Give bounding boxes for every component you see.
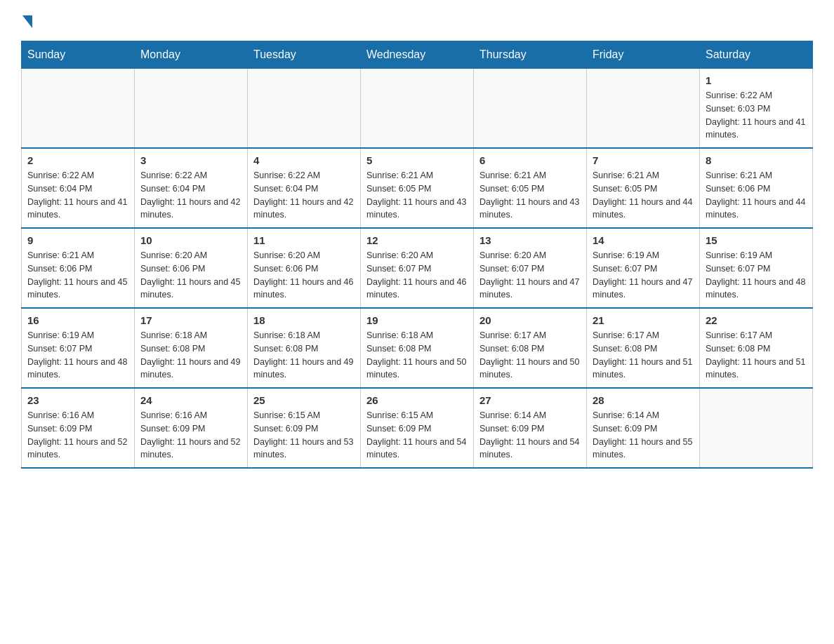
- calendar-day-cell: 12Sunrise: 6:20 AM Sunset: 6:07 PM Dayli…: [361, 228, 474, 308]
- day-info: Sunrise: 6:14 AM Sunset: 6:09 PM Dayligh…: [479, 409, 581, 462]
- day-number: 20: [479, 314, 581, 326]
- day-info: Sunrise: 6:19 AM Sunset: 6:07 PM Dayligh…: [706, 249, 807, 302]
- day-info: Sunrise: 6:15 AM Sunset: 6:09 PM Dayligh…: [253, 409, 355, 462]
- day-info: Sunrise: 6:19 AM Sunset: 6:07 PM Dayligh…: [593, 249, 694, 302]
- calendar-day-cell: 24Sunrise: 6:16 AM Sunset: 6:09 PM Dayli…: [135, 388, 248, 468]
- day-number: 23: [27, 394, 128, 406]
- calendar-day-cell: 11Sunrise: 6:20 AM Sunset: 6:06 PM Dayli…: [248, 228, 361, 308]
- calendar-day-cell: 9Sunrise: 6:21 AM Sunset: 6:06 PM Daylig…: [22, 228, 135, 308]
- calendar-day-cell: 5Sunrise: 6:21 AM Sunset: 6:05 PM Daylig…: [361, 148, 474, 228]
- day-info: Sunrise: 6:22 AM Sunset: 6:03 PM Dayligh…: [706, 89, 807, 142]
- day-info: Sunrise: 6:18 AM Sunset: 6:08 PM Dayligh…: [140, 329, 241, 382]
- calendar-day-cell: 18Sunrise: 6:18 AM Sunset: 6:08 PM Dayli…: [248, 308, 361, 388]
- logo-arrow-icon: [22, 15, 32, 28]
- calendar-day-cell: 1Sunrise: 6:22 AM Sunset: 6:03 PM Daylig…: [700, 69, 813, 149]
- day-number: 27: [479, 394, 581, 406]
- calendar-day-cell: 15Sunrise: 6:19 AM Sunset: 6:07 PM Dayli…: [700, 228, 813, 308]
- day-info: Sunrise: 6:20 AM Sunset: 6:07 PM Dayligh…: [479, 249, 581, 302]
- calendar-day-cell: 27Sunrise: 6:14 AM Sunset: 6:09 PM Dayli…: [474, 388, 587, 468]
- day-info: Sunrise: 6:20 AM Sunset: 6:06 PM Dayligh…: [253, 249, 355, 302]
- day-number: 5: [366, 154, 468, 166]
- calendar-day-cell: [248, 69, 361, 149]
- calendar-day-cell: 26Sunrise: 6:15 AM Sunset: 6:09 PM Dayli…: [361, 388, 474, 468]
- logo: [21, 14, 32, 27]
- day-number: 25: [253, 394, 355, 406]
- day-number: 11: [253, 234, 355, 246]
- day-info: Sunrise: 6:14 AM Sunset: 6:09 PM Dayligh…: [593, 409, 694, 462]
- day-number: 7: [593, 154, 694, 166]
- calendar-day-cell: 19Sunrise: 6:18 AM Sunset: 6:08 PM Dayli…: [361, 308, 474, 388]
- day-info: Sunrise: 6:18 AM Sunset: 6:08 PM Dayligh…: [366, 329, 468, 382]
- day-info: Sunrise: 6:22 AM Sunset: 6:04 PM Dayligh…: [27, 169, 128, 222]
- day-info: Sunrise: 6:20 AM Sunset: 6:06 PM Dayligh…: [140, 249, 241, 302]
- calendar-day-cell: 23Sunrise: 6:16 AM Sunset: 6:09 PM Dayli…: [22, 388, 135, 468]
- day-info: Sunrise: 6:19 AM Sunset: 6:07 PM Dayligh…: [27, 329, 128, 382]
- calendar-day-cell: [361, 69, 474, 149]
- calendar-day-cell: [135, 69, 248, 149]
- day-info: Sunrise: 6:21 AM Sunset: 6:05 PM Dayligh…: [366, 169, 468, 222]
- calendar-day-cell: [22, 69, 135, 149]
- day-number: 13: [479, 234, 581, 246]
- day-number: 3: [140, 154, 241, 166]
- calendar-day-cell: 16Sunrise: 6:19 AM Sunset: 6:07 PM Dayli…: [22, 308, 135, 388]
- day-of-week-header: Thursday: [474, 41, 587, 69]
- calendar-day-cell: 7Sunrise: 6:21 AM Sunset: 6:05 PM Daylig…: [587, 148, 700, 228]
- day-info: Sunrise: 6:16 AM Sunset: 6:09 PM Dayligh…: [27, 409, 128, 462]
- calendar-day-cell: 3Sunrise: 6:22 AM Sunset: 6:04 PM Daylig…: [135, 148, 248, 228]
- day-of-week-header: Tuesday: [248, 41, 361, 69]
- day-info: Sunrise: 6:17 AM Sunset: 6:08 PM Dayligh…: [479, 329, 581, 382]
- day-number: 24: [140, 394, 241, 406]
- day-of-week-header: Sunday: [22, 41, 135, 69]
- calendar-day-cell: 4Sunrise: 6:22 AM Sunset: 6:04 PM Daylig…: [248, 148, 361, 228]
- calendar-day-cell: [587, 69, 700, 149]
- day-info: Sunrise: 6:21 AM Sunset: 6:06 PM Dayligh…: [706, 169, 807, 222]
- day-number: 16: [27, 314, 128, 326]
- calendar-header-row: SundayMondayTuesdayWednesdayThursdayFrid…: [22, 41, 813, 69]
- calendar-day-cell: 21Sunrise: 6:17 AM Sunset: 6:08 PM Dayli…: [587, 308, 700, 388]
- day-number: 1: [706, 74, 807, 86]
- day-info: Sunrise: 6:17 AM Sunset: 6:08 PM Dayligh…: [706, 329, 807, 382]
- day-info: Sunrise: 6:16 AM Sunset: 6:09 PM Dayligh…: [140, 409, 241, 462]
- day-number: 26: [366, 394, 468, 406]
- day-number: 14: [593, 234, 694, 246]
- calendar-day-cell: 25Sunrise: 6:15 AM Sunset: 6:09 PM Dayli…: [248, 388, 361, 468]
- day-info: Sunrise: 6:22 AM Sunset: 6:04 PM Dayligh…: [140, 169, 241, 222]
- calendar-day-cell: 22Sunrise: 6:17 AM Sunset: 6:08 PM Dayli…: [700, 308, 813, 388]
- day-info: Sunrise: 6:15 AM Sunset: 6:09 PM Dayligh…: [366, 409, 468, 462]
- day-number: 6: [479, 154, 581, 166]
- calendar-day-cell: [474, 69, 587, 149]
- day-number: 15: [706, 234, 807, 246]
- day-info: Sunrise: 6:21 AM Sunset: 6:05 PM Dayligh…: [593, 169, 694, 222]
- day-number: 18: [253, 314, 355, 326]
- day-number: 8: [706, 154, 807, 166]
- day-info: Sunrise: 6:22 AM Sunset: 6:04 PM Dayligh…: [253, 169, 355, 222]
- calendar-day-cell: 14Sunrise: 6:19 AM Sunset: 6:07 PM Dayli…: [587, 228, 700, 308]
- calendar-week-row: 1Sunrise: 6:22 AM Sunset: 6:03 PM Daylig…: [22, 69, 813, 149]
- calendar-day-cell: [700, 388, 813, 468]
- calendar-day-cell: 13Sunrise: 6:20 AM Sunset: 6:07 PM Dayli…: [474, 228, 587, 308]
- day-number: 28: [593, 394, 694, 406]
- day-number: 22: [706, 314, 807, 326]
- day-of-week-header: Wednesday: [361, 41, 474, 69]
- day-number: 9: [27, 234, 128, 246]
- calendar-day-cell: 20Sunrise: 6:17 AM Sunset: 6:08 PM Dayli…: [474, 308, 587, 388]
- day-info: Sunrise: 6:21 AM Sunset: 6:06 PM Dayligh…: [27, 249, 128, 302]
- calendar-week-row: 16Sunrise: 6:19 AM Sunset: 6:07 PM Dayli…: [22, 308, 813, 388]
- day-number: 10: [140, 234, 241, 246]
- day-of-week-header: Friday: [587, 41, 700, 69]
- day-number: 2: [27, 154, 128, 166]
- calendar-day-cell: 8Sunrise: 6:21 AM Sunset: 6:06 PM Daylig…: [700, 148, 813, 228]
- day-number: 12: [366, 234, 468, 246]
- day-of-week-header: Saturday: [700, 41, 813, 69]
- calendar-day-cell: 28Sunrise: 6:14 AM Sunset: 6:09 PM Dayli…: [587, 388, 700, 468]
- calendar-day-cell: 17Sunrise: 6:18 AM Sunset: 6:08 PM Dayli…: [135, 308, 248, 388]
- calendar-day-cell: 6Sunrise: 6:21 AM Sunset: 6:05 PM Daylig…: [474, 148, 587, 228]
- day-number: 19: [366, 314, 468, 326]
- calendar-day-cell: 10Sunrise: 6:20 AM Sunset: 6:06 PM Dayli…: [135, 228, 248, 308]
- day-number: 21: [593, 314, 694, 326]
- calendar-week-row: 9Sunrise: 6:21 AM Sunset: 6:06 PM Daylig…: [22, 228, 813, 308]
- calendar-table: SundayMondayTuesdayWednesdayThursdayFrid…: [21, 41, 813, 469]
- day-info: Sunrise: 6:18 AM Sunset: 6:08 PM Dayligh…: [253, 329, 355, 382]
- calendar-week-row: 2Sunrise: 6:22 AM Sunset: 6:04 PM Daylig…: [22, 148, 813, 228]
- day-info: Sunrise: 6:17 AM Sunset: 6:08 PM Dayligh…: [593, 329, 694, 382]
